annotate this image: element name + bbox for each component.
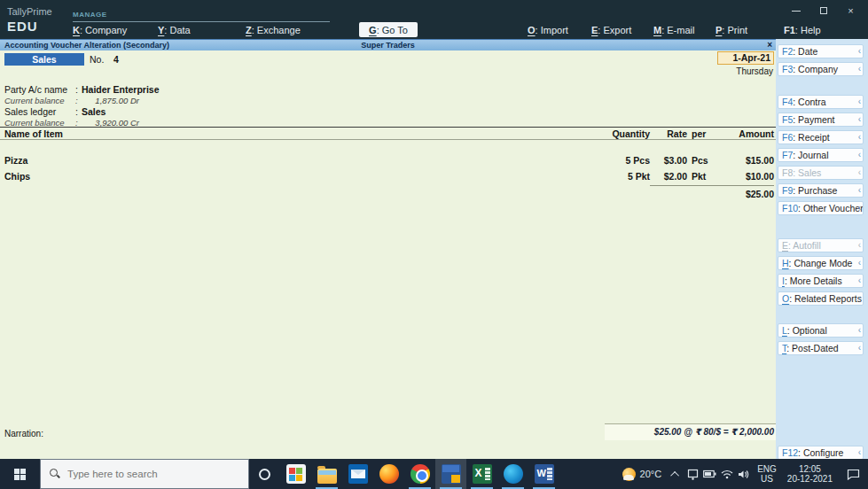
screen-close-icon[interactable]: × — [767, 40, 772, 50]
collapse-arrow-icon: ‹ — [858, 292, 861, 305]
sidebar-button-f12-configure[interactable]: F12: Configure‹ — [778, 446, 864, 460]
language-switcher[interactable]: ENG US — [752, 459, 782, 489]
wifi-button[interactable] — [718, 459, 735, 489]
sidebar-button-related-reports[interactable]: O: Related Reports‹ — [778, 291, 864, 306]
menu-export[interactable]: E: Export — [591, 25, 631, 35]
button-label: : Date — [793, 46, 817, 57]
close-button[interactable]: × — [837, 2, 864, 19]
close-icon: × — [848, 5, 853, 16]
menu-company-label: : Company — [80, 25, 127, 35]
sidebar-button-f6-receipt[interactable]: F6: Receipt‹ — [778, 130, 864, 144]
taskbar-item-word[interactable] — [528, 459, 559, 489]
file-explorer-icon — [317, 469, 337, 484]
voucher-type-badge[interactable]: Sales — [4, 53, 84, 66]
language-line1: ENG — [757, 464, 777, 474]
sidebar-button-more-details[interactable]: I: More Details‹ — [778, 274, 864, 288]
sidebar-button-f3-company[interactable]: F3: Company‹ — [778, 62, 864, 76]
sidebar-button-f10-other-vouchers[interactable]: F10: Other Vouchers‹ — [778, 201, 864, 215]
tray-system-button[interactable] — [684, 459, 701, 489]
header-quantity: Quantity — [563, 128, 652, 140]
sidebar-button-autofill: E: Autofill‹ — [778, 238, 864, 252]
header-per: per — [689, 128, 721, 140]
menu-data[interactable]: Y: Data — [158, 25, 191, 35]
clock-time: 12:05 — [787, 464, 833, 474]
menu-company[interactable]: K: Company — [73, 25, 127, 35]
item-quantity[interactable]: 5 Pcs — [563, 154, 652, 167]
cortana-button[interactable] — [249, 459, 280, 489]
sidebar-button-f4-contra[interactable]: F4: Contra‹ — [778, 95, 864, 109]
button-label: : Purchase — [793, 185, 837, 196]
menu-email[interactable]: M: E-mail — [653, 25, 694, 35]
collapse-arrow-icon: ‹ — [858, 131, 861, 144]
taskbar-item-edge[interactable] — [497, 459, 528, 489]
taskbar-item-chrome[interactable] — [404, 459, 435, 489]
weather-widget[interactable]: 20°C — [617, 459, 668, 489]
item-amount: $10.00 — [721, 170, 776, 182]
sidebar-button-f2-date[interactable]: F2: Date‹ — [778, 44, 864, 58]
collapse-arrow-icon: ‹ — [858, 45, 861, 58]
sidebar-button-f5-payment[interactable]: F5: Payment‹ — [778, 113, 864, 127]
minimize-button[interactable] — [782, 2, 809, 19]
narration-label[interactable]: Narration: — [4, 429, 43, 439]
item-row-pizza[interactable]: Pizza 5 Pcs $3.00 Pcs $15.00 — [0, 154, 776, 167]
menu-help[interactable]: F1: Help — [784, 25, 821, 35]
taskbar-item-file-explorer[interactable] — [311, 459, 342, 489]
item-name[interactable]: Pizza — [0, 154, 563, 167]
right-button-panel: F2: Date‹ F3: Company‹ F4: Contra‹ F5: P… — [776, 39, 868, 459]
voucher-day: Thursday — [736, 66, 773, 76]
item-per: Pcs — [689, 154, 721, 167]
battery-button[interactable] — [701, 459, 718, 489]
sidebar-button-f9-purchase[interactable]: F9: Purchase‹ — [778, 183, 864, 198]
sidebar-button-change-mode[interactable]: H: Change Mode‹ — [778, 256, 864, 270]
sales-ledger-value[interactable]: Sales — [82, 106, 106, 117]
collapse-arrow-icon: ‹ — [858, 167, 861, 179]
taskbar-clock[interactable]: 12:05 20-12-2021 — [782, 459, 838, 489]
action-center-button[interactable] — [838, 459, 868, 489]
weather-icon — [622, 468, 636, 481]
menu-exchange[interactable]: Z: Exchange — [246, 25, 301, 35]
search-input[interactable] — [67, 469, 227, 479]
taskbar-item-tallyprime[interactable] — [435, 459, 466, 489]
item-name[interactable]: Chips — [0, 170, 563, 182]
taskbar-item-mail[interactable] — [342, 459, 373, 489]
item-row-chips[interactable]: Chips 5 Pkt $2.00 Pkt $10.00 — [0, 170, 776, 182]
party-value[interactable]: Haider Enterprise — [82, 84, 160, 95]
collapse-arrow-icon: ‹ — [858, 113, 861, 126]
item-quantity[interactable]: 5 Pkt — [563, 170, 652, 182]
language-line2: US — [757, 474, 777, 484]
button-label: : Receipt — [793, 132, 829, 143]
button-label: : Company — [793, 64, 838, 74]
collapse-arrow-icon: ‹ — [858, 446, 861, 459]
button-key: F10 — [782, 203, 798, 213]
goto-button[interactable]: G: Go To — [359, 22, 418, 37]
item-rate[interactable]: $3.00 — [652, 154, 689, 167]
start-button[interactable] — [0, 459, 40, 489]
sidebar-button-f7-journal[interactable]: F7: Journal‹ — [778, 148, 864, 162]
button-label: : Journal — [793, 150, 828, 160]
item-per: Pkt — [689, 170, 721, 182]
volume-button[interactable] — [735, 459, 752, 489]
button-key: E — [782, 240, 788, 251]
menu-exchange-label: : Exchange — [252, 25, 301, 35]
menu-import[interactable]: O: Import — [528, 25, 568, 35]
item-rate[interactable]: $2.00 — [652, 170, 689, 182]
maximize-icon — [820, 7, 827, 14]
taskbar-search[interactable] — [40, 459, 249, 489]
excel-icon — [473, 464, 492, 484]
taskbar-item-firefox[interactable] — [373, 459, 404, 489]
taskbar-item-store[interactable] — [280, 459, 311, 489]
brand-edition: EDU — [7, 19, 38, 34]
button-label: : Sales — [793, 167, 821, 178]
taskbar-item-excel[interactable] — [466, 459, 497, 489]
voucher-body: Sales No. 4 1-Apr-21 Thursday Party A/c … — [0, 50, 776, 459]
wifi-icon — [721, 470, 733, 479]
menu-print[interactable]: P: Print — [716, 25, 747, 35]
maximize-button[interactable] — [809, 2, 837, 19]
voucher-date-field[interactable]: 1-Apr-21 — [717, 51, 774, 65]
sidebar-button-optional[interactable]: L: Optional‹ — [778, 323, 864, 338]
menu-exchange-key: Z — [246, 25, 252, 35]
sidebar-button-post-dated[interactable]: T: Post-Dated‹ — [778, 341, 864, 355]
mail-icon — [348, 464, 368, 484]
tray-expand-button[interactable] — [667, 459, 684, 489]
menu-divider — [73, 21, 330, 22]
